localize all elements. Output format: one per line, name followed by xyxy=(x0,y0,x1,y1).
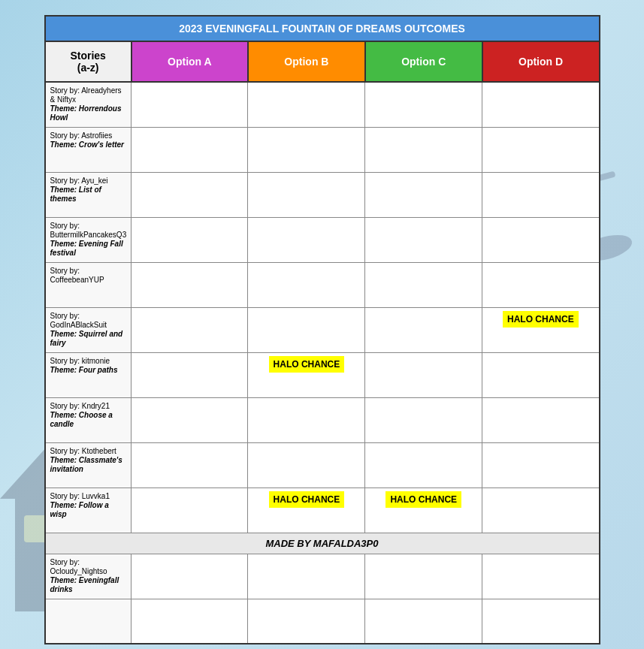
option-a-cell xyxy=(132,599,248,644)
story-cell: Story by: GodInABlackSuitTheme: Squirrel… xyxy=(45,307,132,352)
option-c-cell: HALO CHANCE xyxy=(365,488,482,533)
main-table-wrapper: 2023 EVENINGFALL FOUNTAIN OF DREAMS OUTC… xyxy=(44,15,600,644)
option-b-cell xyxy=(248,599,365,644)
option-a-cell xyxy=(132,397,248,442)
theme-text: Theme: Four paths xyxy=(50,366,118,374)
table-row: Story by: Luvvka1Theme: Follow a wispHAL… xyxy=(45,488,600,533)
option-b-cell xyxy=(248,82,365,127)
divider-text: MADE BY MAFALDA3P0 xyxy=(45,533,600,554)
divider-row: MADE BY MAFALDA3P0 xyxy=(45,533,600,554)
story-cell: Story by: AstrofiiesTheme: Crow's letter xyxy=(45,127,132,172)
author-text: Story by: kitmonie xyxy=(50,357,110,365)
theme-text: Theme: Evening Fall festival xyxy=(50,240,123,257)
author-text: Story by: Alreadyhers & Niftyx xyxy=(50,86,122,104)
table-row: Story by: Ayu_keiTheme: List of themes xyxy=(45,172,600,217)
story-cell: Story by: KtothebertTheme: Classmate's i… xyxy=(45,442,132,488)
option-d-cell xyxy=(482,217,600,262)
option-a-cell xyxy=(132,262,248,307)
option-b-cell xyxy=(248,554,365,599)
option-b-cell xyxy=(248,442,365,488)
option-c-cell xyxy=(365,554,482,599)
theme-text: Theme: Classmate's invitation xyxy=(50,456,122,473)
table-row: Story by: kitmonieTheme: Four pathsHALO … xyxy=(45,352,600,397)
option-a-cell xyxy=(132,352,248,397)
option-d-cell xyxy=(482,442,600,488)
option-a-cell xyxy=(132,172,248,217)
option-d-cell xyxy=(482,554,600,599)
theme-text: Theme: Eveningfall drinks xyxy=(50,576,119,593)
table-row: Story by: Kndry21Theme: Choose a candle xyxy=(45,397,600,442)
option-b-cell: HALO CHANCE xyxy=(248,488,365,533)
story-cell: Story by: Alreadyhers & NiftyxTheme: Hor… xyxy=(45,82,132,127)
story-cell: Story by: Ocloudy_NightsoTheme: Eveningf… xyxy=(45,554,132,599)
author-text: Story by: ButtermilkPancakesQ3 xyxy=(50,222,127,239)
option-a-cell xyxy=(132,217,248,262)
option-b-cell xyxy=(248,397,365,442)
author-text: Story by: Luvvka1 xyxy=(50,492,110,500)
option-d-cell xyxy=(482,82,600,127)
option-c-cell xyxy=(365,397,482,442)
table-row: Story by: CoffeebeanYUP xyxy=(45,262,600,307)
table-row: Story by: Ocloudy_NightsoTheme: Eveningf… xyxy=(45,554,600,599)
option-a-cell xyxy=(132,488,248,533)
header-option-c: Option C xyxy=(365,41,482,82)
story-cell: Story by: Ayu_keiTheme: List of themes xyxy=(45,172,132,217)
author-text: Story by: Astrofiies xyxy=(50,131,113,140)
halo-chance-badge: HALO CHANCE xyxy=(269,491,345,508)
table-row: Story by: AstrofiiesTheme: Crow's letter xyxy=(45,127,600,172)
option-d-cell xyxy=(482,599,600,644)
story-cell: Story by: kitmonieTheme: Four paths xyxy=(45,352,132,397)
table-row: Story by: ButtermilkPancakesQ3Theme: Eve… xyxy=(45,217,600,262)
theme-text: Theme: Squirrel and fairy xyxy=(50,330,123,347)
option-c-cell xyxy=(365,442,482,488)
author-text: Story by: GodInABlackSuit xyxy=(50,312,107,329)
story-cell: Story by: CoffeebeanYUP xyxy=(45,262,132,307)
author-text: Story by: CoffeebeanYUP xyxy=(50,267,104,284)
table-title: 2023 EVENINGFALL FOUNTAIN OF DREAMS OUTC… xyxy=(45,16,600,41)
option-a-cell xyxy=(132,127,248,172)
option-b-cell xyxy=(248,307,365,352)
title-row: 2023 EVENINGFALL FOUNTAIN OF DREAMS OUTC… xyxy=(45,16,600,41)
header-stories: Stories (a-z) xyxy=(45,41,132,82)
story-cell xyxy=(45,599,132,644)
header-option-a: Option A xyxy=(132,41,248,82)
header-option-b: Option B xyxy=(248,41,365,82)
story-cell: Story by: Luvvka1Theme: Follow a wisp xyxy=(45,488,132,533)
option-c-cell xyxy=(365,172,482,217)
option-a-cell xyxy=(132,554,248,599)
theme-text: Theme: Choose a candle xyxy=(50,411,113,428)
option-b-cell xyxy=(248,172,365,217)
author-text: Story by: Ocloudy_Nightso xyxy=(50,558,107,575)
halo-chance-badge: HALO CHANCE xyxy=(385,491,461,508)
option-d-cell xyxy=(482,172,600,217)
theme-text: Theme: List of themes xyxy=(50,186,101,203)
option-c-cell xyxy=(365,262,482,307)
table-row: Story by: Alreadyhers & NiftyxTheme: Hor… xyxy=(45,82,600,127)
option-c-cell xyxy=(365,307,482,352)
option-a-cell xyxy=(132,307,248,352)
story-cell: Story by: ButtermilkPancakesQ3Theme: Eve… xyxy=(45,217,132,262)
empty-row xyxy=(45,599,600,644)
table-row: Story by: KtothebertTheme: Classmate's i… xyxy=(45,442,600,488)
theme-text: Theme: Follow a wisp xyxy=(50,501,109,518)
option-c-cell xyxy=(365,352,482,397)
story-cell: Story by: Kndry21Theme: Choose a candle xyxy=(45,397,132,442)
outcomes-table: 2023 EVENINGFALL FOUNTAIN OF DREAMS OUTC… xyxy=(44,15,600,644)
halo-chance-badge: HALO CHANCE xyxy=(503,311,579,328)
option-c-cell xyxy=(365,127,482,172)
option-d-cell: HALO CHANCE xyxy=(482,307,600,352)
option-a-cell xyxy=(132,442,248,488)
table-row: Story by: GodInABlackSuitTheme: Squirrel… xyxy=(45,307,600,352)
author-text: Story by: Ktothebert xyxy=(50,447,116,455)
halo-chance-badge: HALO CHANCE xyxy=(269,356,345,373)
option-b-cell xyxy=(248,217,365,262)
option-b-cell xyxy=(248,127,365,172)
theme-text: Theme: Horrendous Howl xyxy=(50,104,122,122)
option-c-cell xyxy=(365,599,482,644)
header-row: Stories (a-z) Option A Option B Option C… xyxy=(45,41,600,82)
option-d-cell xyxy=(482,262,600,307)
option-c-cell xyxy=(365,217,482,262)
header-option-d: Option D xyxy=(482,41,600,82)
option-d-cell xyxy=(482,127,600,172)
option-c-cell xyxy=(365,82,482,127)
